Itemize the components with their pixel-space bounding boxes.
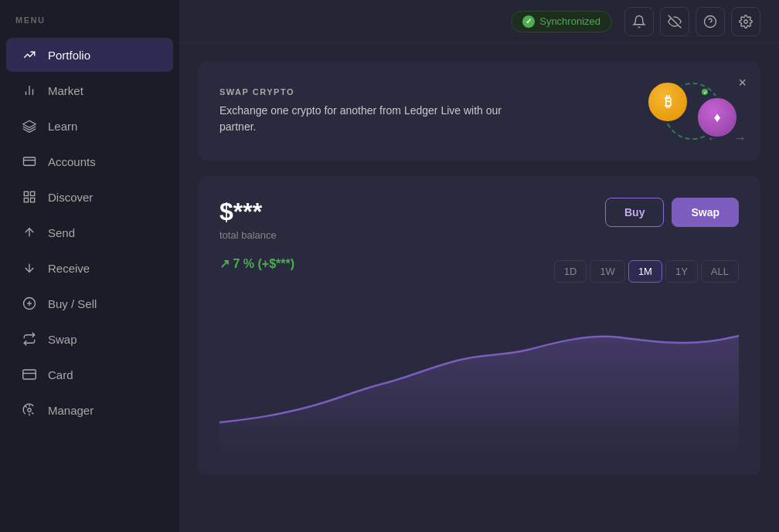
sidebar: MENU Portfolio Market Learn Accounts Dis… — [0, 0, 179, 532]
sidebar-item-discover[interactable]: Discover — [6, 180, 173, 214]
time-filter-1w[interactable]: 1W — [590, 260, 625, 283]
svg-rect-8 — [31, 198, 35, 202]
close-banner-button[interactable]: × — [735, 73, 750, 93]
settings-icon — [739, 15, 753, 29]
sidebar-item-swap[interactable]: Swap — [6, 322, 173, 356]
sidebar-item-label: Receive — [48, 262, 90, 275]
discover-icon — [22, 189, 37, 205]
page-content: SWAP CRYPTO Exchange one crypto for anot… — [179, 43, 779, 532]
eth-coin: ♦ — [696, 96, 739, 139]
sidebar-item-market[interactable]: Market — [6, 73, 173, 107]
svg-point-20 — [744, 19, 748, 23]
sidebar-item-label: Learn — [48, 120, 77, 133]
banner-text: SWAP CRYPTO Exchange one crypto for anot… — [219, 87, 513, 135]
svg-rect-3 — [24, 158, 36, 166]
time-filter-1m[interactable]: 1M — [628, 260, 662, 283]
swap-button[interactable]: Swap — [672, 198, 739, 227]
receive-icon — [22, 260, 37, 276]
portfolio-header: $*** total balance Buy Swap — [219, 198, 739, 241]
buy-sell-icon — [22, 296, 37, 311]
btc-coin: ₿ — [646, 80, 689, 124]
svg-rect-6 — [31, 191, 35, 195]
sidebar-item-label: Swap — [48, 333, 77, 346]
eye-off-icon — [668, 15, 682, 29]
sidebar-item-manager[interactable]: Manager — [6, 393, 173, 427]
sidebar-item-accounts[interactable]: Accounts — [6, 144, 173, 178]
sidebar-item-label: Discover — [48, 191, 93, 204]
hide-button[interactable] — [660, 7, 689, 36]
card-icon — [22, 367, 37, 382]
portfolio-chart — [219, 299, 739, 453]
help-icon — [703, 15, 717, 29]
learn-icon — [22, 118, 37, 134]
swap-banner: SWAP CRYPTO Exchange one crypto for anot… — [198, 62, 760, 161]
time-filter-1d[interactable]: 1D — [554, 260, 587, 283]
sidebar-item-label: Manager — [48, 404, 94, 417]
send-icon — [22, 225, 37, 240]
swap-icon — [22, 331, 37, 347]
time-filter-1y[interactable]: 1Y — [665, 260, 698, 283]
svg-rect-5 — [24, 191, 28, 195]
banner-title: SWAP CRYPTO — [219, 87, 513, 97]
sidebar-item-buy-sell[interactable]: Buy / Sell — [6, 286, 173, 320]
sidebar-item-learn[interactable]: Learn — [6, 109, 173, 143]
balance-value: $*** — [219, 198, 277, 226]
sidebar-item-card[interactable]: Card — [6, 357, 173, 391]
topbar: Synchronized — [179, 0, 779, 43]
sync-status: Synchronized — [511, 11, 612, 32]
sidebar-item-label: Portfolio — [48, 49, 90, 62]
balance-label: total balance — [219, 229, 277, 241]
bell-icon — [632, 15, 646, 29]
sidebar-item-label: Send — [48, 226, 75, 239]
portfolio-actions: Buy Swap — [605, 198, 739, 227]
main-content: Synchronized SWAP CRYPTO Exchange one cr… — [179, 0, 779, 532]
balance-block: $*** total balance — [219, 198, 277, 241]
swap-illustration: ₿ ✓ — [646, 80, 739, 142]
sync-label: Synchronized — [539, 15, 600, 27]
sidebar-item-label: Buy / Sell — [48, 297, 97, 310]
sidebar-item-label: Accounts — [48, 155, 96, 168]
time-filters: 1D 1W 1M 1Y ALL — [554, 260, 739, 283]
svg-rect-7 — [24, 198, 28, 202]
settings-button[interactable] — [731, 7, 760, 36]
sidebar-item-label: Card — [48, 368, 73, 381]
sidebar-item-send[interactable]: Send — [6, 215, 173, 249]
manager-icon — [22, 402, 37, 418]
svg-point-18 — [705, 15, 716, 27]
help-button[interactable] — [696, 7, 725, 36]
portfolio-change: ↗ 7 % (+$***) — [219, 256, 294, 271]
portfolio-section: $*** total balance Buy Swap ↗ 7 % (+$***… — [198, 176, 760, 475]
time-filter-all[interactable]: ALL — [701, 260, 739, 283]
sidebar-item-receive[interactable]: Receive — [6, 251, 173, 285]
sidebar-item-label: Market — [48, 84, 83, 97]
svg-text:✓: ✓ — [703, 90, 707, 95]
banner-description: Exchange one crypto for another from Led… — [219, 103, 513, 135]
accounts-icon — [22, 154, 37, 169]
portfolio-icon — [22, 47, 37, 63]
svg-point-16 — [28, 408, 32, 412]
menu-label: MENU — [0, 15, 179, 37]
sidebar-item-portfolio[interactable]: Portfolio — [6, 38, 173, 72]
sync-icon — [522, 15, 535, 28]
market-icon — [22, 83, 37, 98]
buy-button[interactable]: Buy — [605, 198, 664, 227]
notifications-button[interactable] — [624, 7, 654, 36]
svg-rect-14 — [23, 370, 36, 379]
